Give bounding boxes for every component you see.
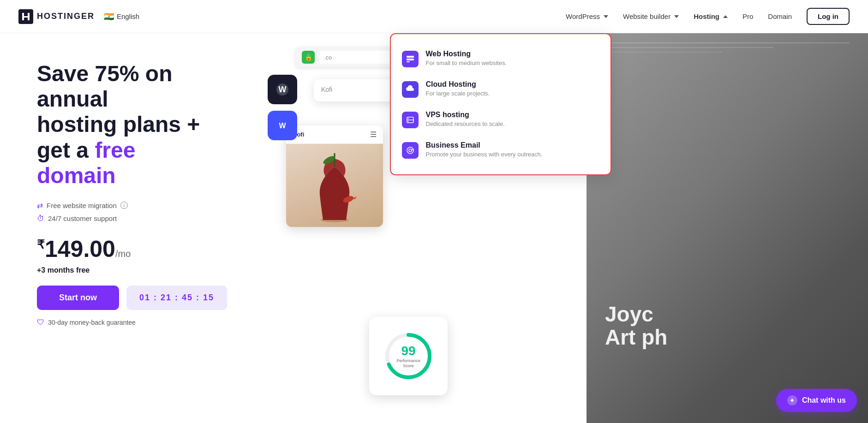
navbar-left: HOSTINGER 🇮🇳 English — [18, 9, 139, 24]
web-hosting-svg — [406, 54, 415, 64]
vps-svg — [406, 115, 415, 125]
nav-pro[interactable]: Pro — [742, 12, 753, 20]
hero-title: Save 75% on annualhosting plans + get a … — [37, 61, 235, 188]
nav-website-builder[interactable]: Website builder — [623, 12, 679, 20]
countdown-timer: 01 : 21 : 45 : 15 — [126, 286, 227, 310]
dropdown-vps-text: VPS hosting Dedicated resources to scale… — [426, 111, 505, 127]
price-display: ₹149.00/mo — [37, 236, 131, 262]
cloud-hosting-icon — [402, 81, 419, 98]
vase-illustration — [307, 149, 362, 222]
svg-point-8 — [407, 147, 413, 154]
months-free-label: +3 months free — [37, 266, 235, 274]
chat-button-label: Chat with us — [802, 396, 846, 405]
navbar-right: WordPress Website builder Hosting Pro Do… — [566, 8, 850, 25]
kofi-website-image — [286, 144, 383, 227]
dropdown-web-hosting-text: Web Hosting For small to medium websites… — [426, 50, 507, 66]
url-text: .co — [324, 54, 332, 61]
hero-section: Save 75% on annualhosting plans + get a … — [0, 33, 258, 423]
webflow-icon[interactable]: W — [268, 111, 297, 140]
dropdown-cloud-hosting-desc: For large scale projects. — [426, 90, 490, 97]
ssl-badge: 🔒 — [302, 51, 315, 64]
svg-point-9 — [409, 149, 412, 152]
clock-icon: ⏱ — [37, 214, 44, 223]
language-label: English — [117, 12, 139, 20]
start-now-button[interactable]: Start now — [37, 286, 119, 310]
hero-features: ⇄ Free website migration i ⏱ 24/7 custom… — [37, 201, 235, 223]
nav-wordpress-label: WordPress — [566, 12, 600, 20]
hamburger-icon: ☰ — [370, 130, 377, 139]
kofi-website-header: Kofi ☰ — [286, 125, 383, 144]
dropdown-vps-desc: Dedicated resources to scale. — [426, 120, 505, 127]
dropdown-web-hosting-title: Web Hosting — [426, 50, 507, 58]
feature-support: ⏱ 24/7 customer support — [37, 214, 235, 223]
dropdown-web-hosting[interactable]: Web Hosting For small to medium websites… — [391, 43, 611, 74]
dropdown-business-email-text: Business Email Promote your business wit… — [426, 141, 543, 158]
svg-text:Score: Score — [403, 363, 414, 368]
photo-text-line1: Joyc — [605, 303, 667, 326]
hero-title-free: free — [95, 138, 135, 162]
svg-text:W: W — [279, 85, 287, 94]
price-block: ₹149.00/mo — [37, 236, 235, 262]
svg-point-6 — [408, 118, 409, 119]
nav-domain-label: Domain — [768, 12, 792, 20]
side-icons: W W — [268, 75, 297, 140]
web-hosting-icon — [402, 51, 419, 67]
performance-circle-svg: 99 Performance Score — [383, 331, 434, 381]
nav-hosting-label: Hosting — [694, 12, 719, 20]
nav-pro-label: Pro — [742, 12, 753, 20]
wordpress-icon[interactable]: W — [268, 75, 297, 104]
svg-text:W: W — [279, 122, 286, 130]
nav-domain[interactable]: Domain — [768, 12, 792, 20]
vps-icon — [402, 112, 419, 128]
dropdown-cloud-hosting[interactable]: Cloud Hosting For large scale projects. — [391, 74, 611, 104]
dropdown-web-hosting-desc: For small to medium websites. — [426, 60, 507, 66]
nav-wordpress[interactable]: WordPress — [566, 12, 608, 20]
photo-overlay-text: Joyc Art ph — [605, 303, 667, 349]
dropdown-business-email-title: Business Email — [426, 141, 543, 149]
feature-migration-label: Free website migration — [47, 202, 117, 209]
price-suffix: /mo — [115, 249, 131, 259]
hero-title-domain: domain — [37, 163, 116, 188]
photo-background: Joyc Art ph — [587, 33, 868, 423]
email-icon — [402, 142, 419, 159]
email-svg — [406, 146, 415, 155]
guarantee-text: 🛡 30-day money-back guarantee — [37, 318, 235, 327]
price-value: 149.00 — [45, 236, 115, 262]
info-icon[interactable]: i — [120, 202, 128, 209]
wp-svg: W — [275, 82, 290, 97]
price-currency: ₹ — [37, 238, 45, 251]
feature-migration: ⇄ Free website migration i — [37, 201, 235, 210]
kofi-name-label: Kofi — [321, 86, 399, 93]
logo[interactable]: HOSTINGER — [18, 9, 95, 24]
language-selector[interactable]: 🇮🇳 English — [104, 12, 139, 22]
hostinger-logo-icon — [18, 9, 33, 24]
flag-icon: 🇮🇳 — [104, 12, 114, 22]
chevron-down-icon — [604, 15, 608, 18]
login-button[interactable]: Log in — [807, 8, 850, 25]
shield-icon: 🛡 — [37, 318, 44, 327]
dropdown-cloud-hosting-text: Cloud Hosting For large scale projects. — [426, 80, 490, 97]
svg-rect-3 — [407, 61, 410, 62]
kofi-website-mockup: Kofi ☰ — [286, 125, 383, 227]
nav-hosting[interactable]: Hosting — [694, 12, 728, 20]
svg-rect-1 — [407, 56, 414, 58]
svg-text:Performance: Performance — [396, 358, 420, 363]
chevron-up-icon — [723, 15, 728, 18]
decorative-lines — [596, 42, 850, 53]
dropdown-vps-hosting[interactable]: VPS hosting Dedicated resources to scale… — [391, 104, 611, 135]
chat-icon: ✦ — [787, 395, 797, 405]
performance-score-card: 99 Performance Score — [369, 317, 448, 395]
nav-website-builder-label: Website builder — [623, 12, 670, 20]
dropdown-business-email-desc: Promote your business with every outreac… — [426, 151, 543, 158]
photo-text-line2: Art ph — [605, 326, 667, 349]
cta-row: Start now 01 : 21 : 45 : 15 — [37, 286, 235, 310]
logo-text: HOSTINGER — [37, 12, 95, 21]
feature-support-label: 24/7 customer support — [48, 214, 117, 222]
navbar: HOSTINGER 🇮🇳 English WordPress Website b… — [0, 0, 868, 33]
chevron-down-icon — [674, 15, 679, 18]
dropdown-business-email[interactable]: Business Email Promote your business wit… — [391, 135, 611, 165]
dropdown-vps-title: VPS hosting — [426, 111, 505, 119]
chat-button[interactable]: ✦ Chat with us — [776, 389, 857, 412]
webflow-svg: W — [275, 118, 290, 133]
svg-rect-2 — [407, 59, 414, 60]
